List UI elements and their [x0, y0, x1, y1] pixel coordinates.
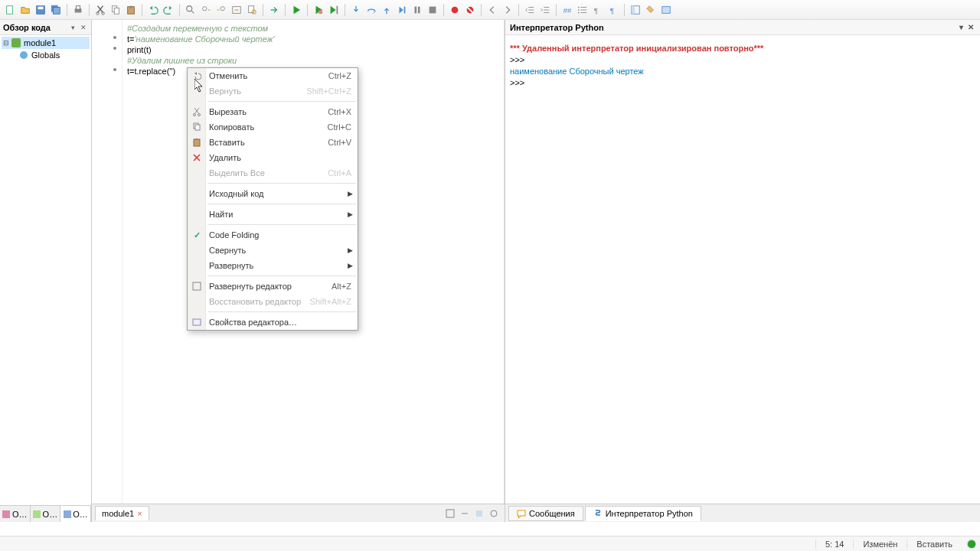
save-icon[interactable] — [34, 3, 47, 17]
continue-icon[interactable] — [395, 3, 409, 17]
panel-title: Обзор кода — [3, 23, 67, 32]
goto-icon[interactable] — [267, 3, 281, 17]
open-file-icon[interactable] — [18, 3, 32, 17]
paste-menu-icon — [191, 136, 203, 148]
svg-rect-51 — [193, 282, 201, 290]
main-toolbar: ## ¶ ¶ — [0, 0, 980, 20]
debug-icon[interactable] — [312, 3, 325, 17]
tab-messages[interactable]: Сообщения — [508, 506, 583, 521]
menu-source-code[interactable]: Исходный код▶ — [188, 186, 358, 201]
menu-copy[interactable]: КопироватьCtrl+C — [188, 119, 358, 135]
menu-expand[interactable]: Развернуть▶ — [188, 258, 358, 273]
svg-text:¶: ¶ — [594, 5, 598, 14]
svg-point-28 — [578, 6, 580, 8]
menu-paste[interactable]: ВставитьCtrl+V — [188, 135, 358, 150]
tree-item-module1[interactable]: ⊟ module1 — [2, 37, 90, 49]
indent-icon[interactable] — [538, 3, 552, 17]
interpreter-output[interactable]: *** Удаленный интерпретатор инициализиро… — [505, 35, 980, 504]
editor-gutter — [92, 20, 122, 504]
interp-menu-icon[interactable]: ▾ — [958, 23, 965, 31]
step-over-icon[interactable] — [364, 3, 378, 17]
tab-interpreter[interactable]: Интерпретатор Python — [585, 506, 701, 521]
paste-icon[interactable] — [124, 3, 138, 17]
undo-icon[interactable] — [146, 3, 160, 17]
svg-rect-38 — [2, 510, 10, 518]
svg-rect-48 — [195, 125, 200, 130]
left-tab-1[interactable]: О… — [0, 506, 31, 522]
globals-icon — [18, 50, 29, 60]
stop-icon[interactable] — [426, 3, 439, 17]
svg-rect-23 — [418, 6, 420, 13]
close-tab-icon[interactable]: × — [137, 509, 142, 518]
menu-collapse[interactable]: Свернуть▶ — [188, 243, 358, 258]
svg-point-13 — [187, 5, 192, 11]
editor-mini-1-icon[interactable] — [444, 507, 456, 520]
maximize-menu-icon — [191, 280, 203, 292]
menu-redo: ВернутьShift+Ctrl+Z — [188, 83, 358, 99]
replace-icon[interactable] — [230, 3, 243, 17]
panel-close-icon[interactable]: ✕ — [79, 23, 88, 32]
left-tab-2[interactable]: О… — [31, 506, 61, 522]
svg-rect-44 — [518, 510, 525, 516]
svg-text:¶: ¶ — [610, 5, 614, 14]
redo-icon[interactable] — [162, 3, 175, 17]
panel-menu-icon[interactable]: ▾ — [68, 23, 77, 32]
run-icon[interactable] — [289, 3, 303, 17]
svg-rect-21 — [404, 6, 406, 13]
menu-code-folding[interactable]: ✓ Code Folding — [188, 227, 358, 243]
new-file-icon[interactable] — [3, 3, 17, 17]
delete-menu-icon — [191, 152, 203, 164]
editor-mini-3-icon[interactable] — [473, 507, 485, 520]
editor-tab-module1[interactable]: module1 × — [95, 506, 149, 520]
outdent-icon[interactable] — [523, 3, 537, 17]
cut-icon[interactable] — [93, 3, 107, 17]
status-position: 5: 14 — [815, 540, 853, 549]
svg-rect-52 — [193, 319, 201, 325]
find-in-files-icon[interactable] — [245, 3, 259, 17]
run-to-cursor-icon[interactable] — [327, 3, 341, 17]
save-all-icon[interactable] — [49, 3, 63, 17]
comment-icon[interactable]: ## — [560, 3, 574, 17]
menu-undo[interactable]: ОтменитьCtrl+Z — [188, 68, 358, 83]
editor-mini-4-icon[interactable] — [488, 507, 500, 520]
pilcrow-icon[interactable]: ¶ — [606, 3, 620, 17]
tools-icon[interactable] — [644, 3, 658, 17]
list-icon[interactable] — [576, 3, 590, 17]
search-icon[interactable] — [184, 3, 198, 17]
find-prev-icon[interactable] — [214, 3, 228, 17]
pause-icon[interactable] — [410, 3, 424, 17]
step-into-icon[interactable] — [349, 3, 363, 17]
cut-menu-icon — [191, 106, 203, 118]
status-bar: 5: 14 Изменён Вставить — [0, 536, 980, 551]
print-icon[interactable] — [71, 3, 85, 17]
menu-find[interactable]: Найти▶ — [188, 207, 358, 222]
tree-item-label: module1 — [24, 38, 56, 47]
svg-point-14 — [203, 6, 207, 10]
interp-close-icon[interactable]: ✕ — [966, 23, 975, 31]
breakpoint-icon[interactable] — [448, 3, 462, 17]
tree-item-label: Globals — [31, 51, 60, 60]
breakpoint-clear-icon[interactable] — [463, 3, 477, 17]
options-icon[interactable] — [659, 3, 673, 17]
menu-cut[interactable]: ВырезатьCtrl+X — [188, 104, 358, 119]
find-next-icon[interactable] — [199, 3, 213, 17]
svg-rect-12 — [129, 5, 132, 8]
nav-forward-icon[interactable] — [501, 3, 514, 17]
menu-maximize-editor[interactable]: Развернуть редакторAlt+Z — [188, 279, 358, 294]
svg-rect-35 — [662, 6, 671, 13]
copy-icon[interactable] — [109, 3, 122, 17]
step-out-icon[interactable] — [380, 3, 394, 17]
chevron-icon[interactable]: ⊟ — [3, 39, 11, 47]
menu-editor-options[interactable]: Свойства редактора… — [188, 315, 358, 330]
tree-item-globals[interactable]: Globals — [2, 49, 90, 61]
menu-delete[interactable]: Удалить — [188, 150, 358, 165]
left-tab-3[interactable]: О… — [60, 506, 91, 522]
svg-rect-2 — [38, 6, 44, 9]
svg-rect-0 — [7, 5, 13, 14]
layout-icon[interactable] — [629, 3, 642, 17]
svg-rect-36 — [11, 38, 21, 47]
editor-mini-2-icon[interactable] — [459, 507, 471, 520]
nav-back-icon[interactable] — [485, 3, 499, 17]
interpreter-tab-strip: Сообщения Интерпретатор Python — [505, 504, 980, 522]
whitespace-icon[interactable]: ¶ — [591, 3, 605, 17]
